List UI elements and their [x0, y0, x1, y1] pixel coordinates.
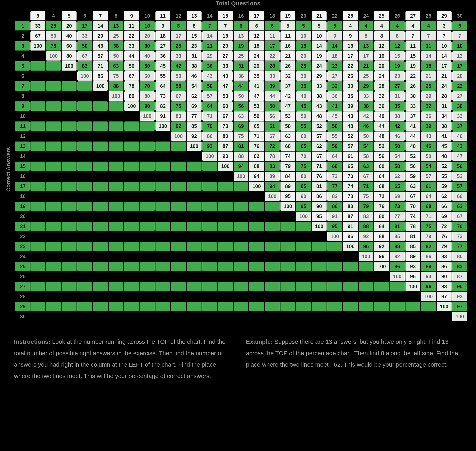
table-cell: 94	[234, 162, 248, 171]
table-cell: 64	[374, 172, 389, 181]
table-cell	[234, 202, 248, 211]
table-cell	[249, 212, 264, 221]
table-cell: 47	[280, 101, 295, 111]
table-cell: 81	[406, 232, 420, 241]
table-cell	[77, 81, 92, 91]
percentage-table: 3456789101112131415161718192021222324252…	[14, 10, 468, 322]
table-cell	[155, 142, 170, 151]
col-header: 4	[46, 11, 61, 20]
table-cell	[46, 252, 61, 261]
table-cell	[218, 172, 233, 181]
table-cell	[202, 242, 217, 251]
table-cell	[234, 262, 248, 271]
table-cell	[77, 212, 92, 221]
table-cell	[234, 222, 248, 231]
table-cell	[93, 242, 108, 251]
table-cell: 89	[406, 252, 420, 261]
table-cell: 27	[452, 91, 467, 101]
table-cell: 68	[421, 202, 436, 211]
table-cell: 32	[374, 91, 389, 101]
table-cell	[249, 282, 264, 291]
table-cell	[46, 162, 61, 171]
table-cell	[109, 121, 124, 131]
table-cell	[46, 112, 61, 121]
top-axis-title: Total Questions	[8, 0, 468, 7]
row-header: 25	[15, 262, 30, 271]
table-cell	[93, 121, 108, 131]
table-cell: 65	[343, 162, 358, 171]
table-cell	[46, 81, 61, 91]
col-header: 8	[109, 11, 124, 20]
table-cell: 37	[406, 112, 420, 121]
table-cell: 56	[265, 112, 280, 121]
table-cell	[46, 262, 61, 271]
table-cell: 5	[280, 21, 295, 31]
table-cell	[62, 232, 76, 241]
table-cell: 75	[46, 41, 61, 50]
table-cell: 33	[265, 71, 280, 81]
table-cell	[406, 292, 420, 301]
table-cell: 32	[280, 71, 295, 81]
table-cell: 100	[124, 101, 139, 111]
table-cell: 55	[296, 121, 311, 131]
table-cell: 38	[109, 41, 124, 50]
table-cell	[296, 282, 311, 291]
table-cell: 48	[343, 121, 358, 131]
table-cell	[249, 252, 264, 261]
table-cell	[140, 252, 155, 261]
table-cell: 36	[327, 91, 342, 101]
table-cell	[218, 302, 233, 311]
table-cell	[249, 302, 264, 311]
table-cell	[62, 162, 76, 171]
table-cell	[187, 282, 202, 291]
table-cell: 89	[280, 182, 295, 191]
row-header: 15	[15, 162, 30, 171]
table-cell: 96	[390, 262, 405, 271]
table-cell: 26	[406, 81, 420, 91]
table-cell: 58	[390, 162, 405, 171]
table-cell: 64	[421, 192, 436, 201]
col-header: 23	[343, 11, 358, 20]
col-header: 13	[187, 11, 202, 20]
table-cell	[390, 312, 405, 321]
table-cell: 79	[280, 162, 295, 171]
table-cell: 18	[327, 51, 342, 61]
row-header: 9	[15, 101, 30, 111]
table-cell	[296, 272, 311, 281]
table-cell	[234, 302, 248, 311]
table-cell: 63	[452, 202, 467, 211]
col-header: 30	[452, 11, 467, 20]
table-cell: 88	[359, 222, 373, 231]
table-cell	[77, 302, 92, 311]
table-cell: 22	[343, 61, 358, 70]
table-cell	[202, 182, 217, 191]
table-cell	[171, 252, 186, 261]
table-cell	[296, 252, 311, 261]
table-cell	[31, 272, 45, 281]
table-cell: 17	[343, 51, 358, 61]
table-cell	[140, 292, 155, 301]
table-cell	[280, 252, 295, 261]
table-cell: 79	[437, 242, 451, 251]
table-cell: 69	[390, 192, 405, 201]
table-cell: 42	[390, 121, 405, 131]
table-cell	[312, 232, 327, 241]
table-cell	[280, 272, 295, 281]
row-header: 23	[15, 242, 30, 251]
table-cell	[77, 151, 92, 161]
table-cell	[374, 272, 389, 281]
table-cell	[62, 192, 76, 201]
col-header: 3	[31, 11, 45, 20]
table-cell	[62, 151, 76, 161]
row-header: 30	[15, 312, 30, 321]
table-cell	[171, 292, 186, 301]
table-cell	[62, 222, 76, 231]
table-cell: 95	[312, 212, 327, 221]
table-cell	[31, 182, 45, 191]
table-cell: 96	[359, 242, 373, 251]
table-cell	[93, 222, 108, 231]
table-cell: 90	[140, 101, 155, 111]
table-cell: 40	[218, 71, 233, 81]
table-cell: 89	[421, 262, 436, 271]
col-header: 28	[421, 11, 436, 20]
